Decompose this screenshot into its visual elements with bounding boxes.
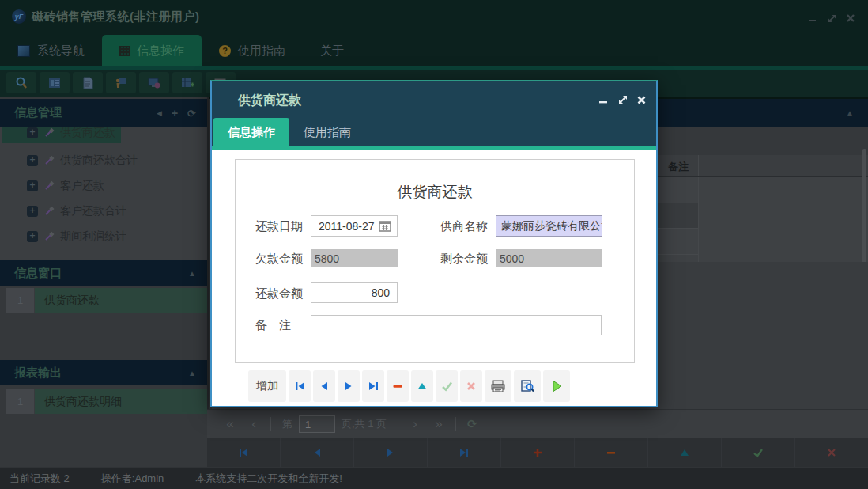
next-page-icon[interactable]: › (403, 416, 427, 432)
next-record-icon[interactable] (354, 438, 428, 467)
tab-guide[interactable]: 使用指南 (289, 118, 365, 146)
collapse-up-icon[interactable]: ▲ (188, 269, 196, 278)
add-record-icon[interactable] (501, 438, 575, 467)
last-page-icon[interactable]: » (427, 416, 451, 432)
print-preview-button[interactable] (514, 370, 541, 402)
run-button[interactable] (543, 370, 570, 402)
refresh-icon[interactable]: ⟳ (187, 108, 196, 119)
tree-item-customer-repay[interactable]: + 客户还款 (27, 176, 104, 196)
tree-item-period-profit[interactable]: + 期间利润统计 (27, 226, 126, 247)
remark-input[interactable] (311, 315, 602, 335)
confirm-icon[interactable] (722, 438, 795, 467)
supplier-name-input[interactable]: 蒙娜丽莎瓷砖有限公司 (496, 215, 602, 237)
status-note: 本系统支持二次开发和全新开发! (195, 472, 342, 486)
column-divider (698, 177, 699, 262)
prev-record-button[interactable] (313, 370, 335, 402)
tree-item-label: 客户还款 (60, 179, 104, 193)
first-record-button[interactable] (289, 370, 311, 402)
prev-record-icon[interactable] (281, 438, 354, 467)
add-icon[interactable]: + (172, 107, 178, 119)
window-close-icon[interactable] (844, 13, 857, 24)
edit-record-button[interactable] (411, 370, 433, 402)
menu-item-system-nav[interactable]: 系统导航 (0, 35, 102, 66)
last-record-icon[interactable] (428, 438, 501, 467)
titlebar: yF 磁砖销售管理系统(非注册用户) (0, 0, 868, 35)
record-nav-bar (207, 438, 868, 467)
supplier-label: 供商名称 (440, 219, 488, 234)
repay-amount-value: 800 (372, 286, 390, 299)
collapse-left-icon[interactable]: ◀ (157, 109, 162, 117)
wand-icon (43, 206, 55, 217)
confirm-button[interactable] (436, 370, 458, 402)
table-row[interactable] (656, 229, 698, 255)
page-number-input[interactable]: 1 (299, 415, 335, 433)
cancel-icon[interactable] (795, 438, 868, 467)
section-title: 信息管理 (14, 105, 62, 120)
menu-item-about[interactable]: 关于 (303, 35, 361, 66)
refresh-icon[interactable]: ⟳ (467, 417, 477, 431)
monitor-icon[interactable] (139, 72, 169, 93)
search-icon[interactable] (6, 72, 36, 93)
table-row[interactable] (656, 177, 698, 203)
row-number: 1 (6, 288, 35, 313)
grid-icon (119, 46, 130, 56)
expand-plus-icon[interactable]: + (27, 127, 38, 138)
statusbar: 当前记录数 2 操作者:Admin 本系统支持二次开发和全新开发! (0, 467, 868, 489)
first-record-icon[interactable] (207, 438, 281, 467)
tab-info-ops[interactable]: 信息操作 (213, 118, 289, 146)
dialog-maximize-icon[interactable] (616, 94, 630, 105)
menu-item-guide[interactable]: ? 使用指南 (202, 35, 303, 66)
info-window-row[interactable]: 1 供货商还款 (0, 288, 207, 313)
dialog-body: 供货商还款 还款日期 2011-08-27 供商名称 蒙娜丽莎瓷砖有限公司 欠款… (212, 150, 656, 406)
presenter-icon[interactable] (106, 72, 136, 93)
calendar-icon[interactable] (379, 219, 392, 233)
prev-page-icon[interactable]: ‹ (242, 416, 266, 432)
expand-plus-icon[interactable]: + (27, 180, 38, 191)
menu-label: 信息操作 (137, 44, 184, 59)
dialog-minimize-icon[interactable] (596, 94, 610, 105)
dialog-title: 供货商还款 (238, 93, 301, 109)
sidebar-section-report-output-header[interactable]: 报表输出 ▲ (0, 360, 207, 385)
debt-readonly-field: 5800 (311, 249, 398, 267)
last-record-button[interactable] (362, 370, 384, 402)
row-label[interactable]: 供货商还款明细 (35, 389, 207, 414)
table-add-icon[interactable] (172, 72, 202, 93)
tree-panel: + 供货商还款 + 供货商还款合计 + 客户还款 + 客户还款合计 + 期间利润… (0, 127, 207, 260)
expand-plus-icon[interactable]: + (27, 206, 38, 217)
expand-plus-icon[interactable]: + (27, 231, 38, 242)
divider (455, 417, 456, 431)
sidebar-section-info-window-header[interactable]: 信息窗口 ▲ (0, 260, 207, 286)
window-minimize-icon[interactable] (806, 13, 819, 24)
table-row[interactable] (656, 203, 698, 229)
collapse-up-icon[interactable]: ▲ (188, 369, 196, 377)
section-title: 信息窗口 (14, 266, 62, 281)
delete-record-icon[interactable] (575, 438, 648, 467)
report-output-row[interactable]: 1 供货商还款明细 (0, 389, 207, 414)
dialog-close-icon[interactable] (634, 94, 648, 105)
section-title: 报表输出 (14, 366, 62, 381)
tree-item-customer-repay-total[interactable]: + 客户还款合计 (27, 201, 126, 222)
repay-amount-input[interactable]: 800 (311, 282, 398, 303)
print-button[interactable] (485, 370, 511, 402)
column-header-remark: 备注 (668, 160, 689, 174)
repay-date-value: 2011-08-27 (319, 220, 375, 233)
add-button[interactable]: 增加 (248, 370, 286, 402)
list-view-icon[interactable] (40, 72, 70, 93)
cancel-button[interactable] (460, 370, 482, 402)
delete-record-button[interactable] (387, 370, 409, 402)
tree-item-label: 期间利润统计 (60, 229, 126, 244)
document-icon[interactable] (73, 72, 103, 93)
menu-item-info-ops[interactable]: 信息操作 (102, 35, 202, 66)
tree-item-supplier-repay[interactable]: + 供货商还款 (0, 127, 207, 143)
tree-item-supplier-repay-total[interactable]: + 供货商还款合计 (27, 150, 138, 171)
repay-date-input[interactable]: 2011-08-27 (311, 215, 398, 237)
edit-record-icon[interactable] (648, 438, 722, 467)
first-page-icon[interactable]: « (218, 416, 242, 432)
expand-plus-icon[interactable]: + (27, 155, 38, 166)
next-record-button[interactable] (338, 370, 360, 402)
sidebar-section-info-mgmt-header[interactable]: 信息管理 ◀ + ⟳ (0, 99, 207, 127)
row-label[interactable]: 供货商还款 (35, 288, 207, 313)
collapse-up-icon[interactable]: ▲ (846, 108, 854, 117)
window-restore-icon[interactable] (825, 13, 838, 24)
system-nav-icon (17, 45, 30, 57)
